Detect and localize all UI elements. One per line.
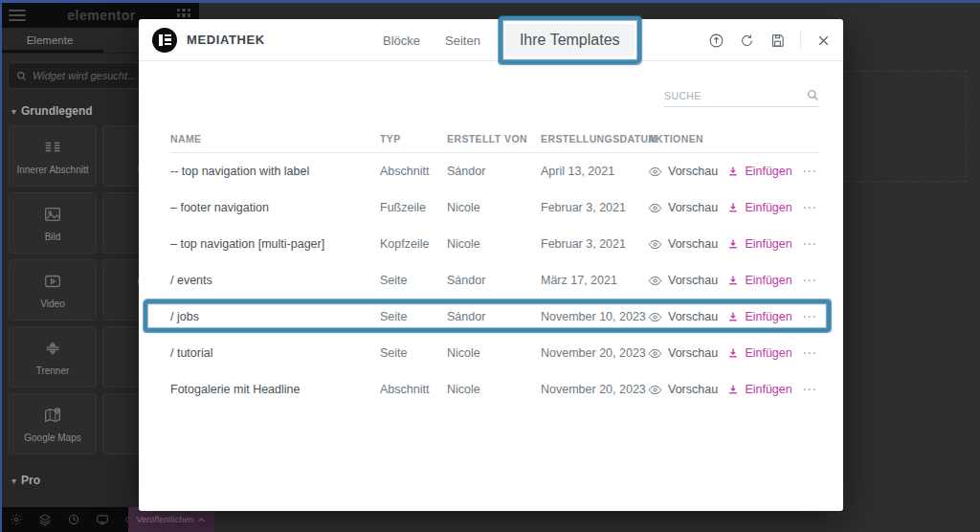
more-menu-button[interactable]: ⋯ [802, 308, 819, 325]
template-type: Seite [380, 346, 447, 360]
widget-divider[interactable]: Trenner [9, 326, 97, 388]
preview-button[interactable]: Vorschau [648, 274, 718, 288]
google-maps-icon [42, 405, 63, 426]
image-icon [42, 204, 63, 225]
insert-button[interactable]: Einfügen [727, 237, 791, 251]
template-name: Fotogalerie mit Headline [170, 383, 380, 396]
template-type: Abschnitt [380, 383, 447, 396]
library-search-input[interactable] [664, 90, 807, 101]
download-icon [727, 275, 739, 286]
template-name: – top navigation [multi-pager] [170, 237, 380, 251]
template-author: Sándor [447, 165, 541, 178]
template-type: Seite [380, 310, 447, 323]
divider-icon [42, 338, 63, 359]
history-clock-icon[interactable] [67, 513, 80, 526]
template-type: Abschnitt [380, 165, 447, 178]
chevron-up-icon [197, 516, 206, 524]
tab-elements[interactable]: Elemente [0, 34, 100, 46]
more-menu-button[interactable]: ⋯ [802, 344, 819, 362]
sync-library-icon[interactable] [739, 33, 755, 49]
download-icon [727, 238, 739, 250]
preview-button[interactable]: Vorschau [648, 237, 718, 252]
download-icon [727, 311, 739, 322]
table-row[interactable]: -- top navigation with label Abschnitt S… [170, 153, 819, 189]
elementor-logo-icon [152, 28, 177, 53]
library-tabs: Blöcke Seiten Ihre Templates [383, 19, 635, 61]
col-actions: AKTIONEN [648, 133, 819, 144]
template-date: April 13, 2021 [541, 165, 648, 178]
widget-inner-section[interactable]: Innerer Abschnitt [9, 125, 97, 187]
widget-video[interactable]: Video [9, 259, 97, 321]
modal-header-icons [708, 19, 832, 61]
window-left-accent [0, 0, 2, 532]
table-row[interactable]: – footer navigation Fußzeile Nicole Febr… [170, 189, 819, 226]
close-icon[interactable] [815, 33, 832, 49]
insert-button[interactable]: Einfügen [727, 274, 791, 287]
download-icon [727, 166, 739, 177]
col-author: ERSTELLT VON [447, 133, 541, 144]
eye-icon [648, 383, 662, 397]
table-header-row: NAME TYP ERSTELLT VON ERSTELLUNGSDATUM A… [170, 124, 819, 153]
insert-button[interactable]: Einfügen [727, 201, 791, 214]
insert-button[interactable]: Einfügen [727, 310, 791, 323]
modal-header: MEDIATHEK Blöcke Seiten Ihre Templates [139, 19, 843, 61]
widget-search-placeholder: Widget wird gesucht... [33, 70, 136, 81]
download-icon [727, 202, 739, 213]
table-row[interactable]: / events Seite Sándor März 17, 2021 Vors… [170, 262, 819, 299]
more-menu-button[interactable]: ⋯ [802, 163, 819, 180]
templates-table: NAME TYP ERSTELLT VON ERSTELLUNGSDATUM A… [170, 124, 819, 408]
template-author: Sándor [447, 274, 541, 287]
insert-button[interactable]: Einfügen [727, 165, 791, 178]
preview-button[interactable]: Vorschau [648, 346, 718, 361]
template-date: November 20, 2023 [541, 383, 648, 396]
preview-button[interactable]: Vorschau [648, 165, 718, 179]
template-type: Fußzeile [380, 201, 447, 214]
header-divider [800, 31, 801, 50]
navigator-layers-icon[interactable] [38, 513, 52, 526]
search-icon [16, 71, 27, 81]
template-name: / events [170, 274, 380, 287]
table-row[interactable]: Fotogalerie mit Headline Abschnitt Nicol… [170, 371, 819, 408]
template-author: Nicole [447, 383, 541, 396]
eye-icon [648, 165, 662, 179]
insert-button[interactable]: Einfügen [727, 346, 791, 360]
save-floppy-icon[interactable] [769, 33, 786, 49]
table-row-highlighted[interactable]: / jobs Seite Sándor November 10, 2023 Vo… [170, 299, 819, 335]
template-name: / jobs [170, 310, 380, 323]
template-author: Nicole [447, 237, 541, 251]
search-icon [807, 89, 819, 101]
preview-button[interactable]: Vorschau [648, 310, 718, 324]
insert-button[interactable]: Einfügen [727, 383, 791, 396]
download-icon [727, 347, 739, 359]
more-menu-button[interactable]: ⋯ [802, 381, 819, 398]
modal-title: MEDIATHEK [187, 33, 265, 47]
preview-button[interactable]: Vorschau [648, 201, 718, 215]
library-search[interactable] [664, 89, 819, 107]
widget-image[interactable]: Bild [9, 192, 97, 254]
table-row[interactable]: – top navigation [multi-pager] Kopfzeile… [170, 226, 819, 262]
template-author: Nicole [447, 346, 541, 360]
import-upload-icon[interactable] [708, 33, 724, 49]
hamburger-menu-icon[interactable] [9, 10, 26, 21]
template-date: November 20, 2023 [541, 346, 648, 360]
table-row[interactable]: / tutorial Seite Nicole November 20, 202… [170, 335, 819, 371]
widget-google-maps[interactable]: Google Maps [9, 393, 97, 454]
more-menu-button[interactable]: ⋯ [802, 199, 819, 216]
tab-blocks[interactable]: Blöcke [383, 33, 420, 48]
more-menu-button[interactable]: ⋯ [802, 235, 819, 253]
responsive-mode-icon[interactable] [96, 513, 109, 526]
template-author: Nicole [447, 201, 541, 214]
template-date: November 10, 2023 [541, 310, 648, 323]
preview-button[interactable]: Vorschau [648, 383, 718, 397]
col-date: ERSTELLUNGSDATUM [541, 133, 648, 144]
tab-your-templates[interactable]: Ihre Templates [505, 24, 635, 56]
more-menu-button[interactable]: ⋯ [802, 272, 819, 289]
template-date: März 17, 2021 [541, 274, 648, 287]
inner-section-icon [42, 137, 63, 158]
col-name: NAME [170, 133, 380, 144]
eye-icon [648, 346, 662, 361]
template-name: -- top navigation with label [170, 165, 380, 178]
template-date: Februar 3, 2021 [541, 237, 648, 251]
settings-gear-icon[interactable] [10, 513, 23, 526]
tab-pages[interactable]: Seiten [445, 33, 480, 48]
